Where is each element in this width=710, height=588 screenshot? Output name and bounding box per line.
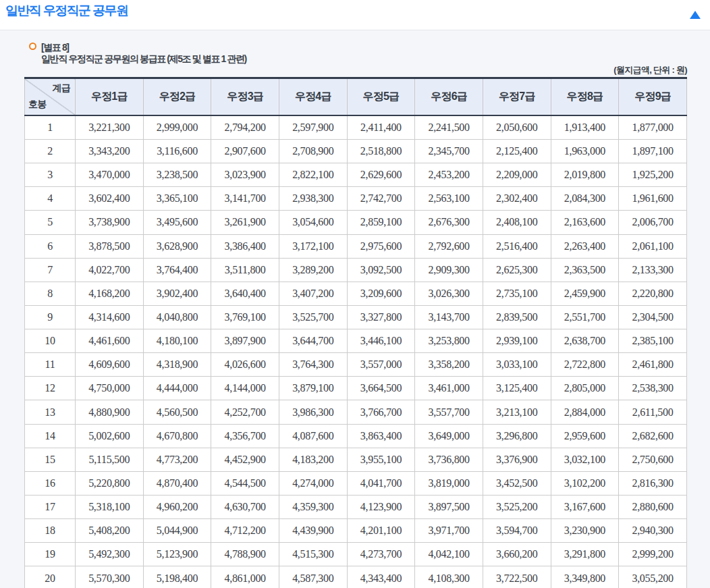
salary-cell: 2,880,600 (619, 496, 687, 519)
salary-cell: 3,971,700 (415, 519, 483, 543)
salary-cell: 2,999,000 (143, 115, 211, 139)
notice-text: [별표 8] 일반직 우정직군 공무원의 봉급표 (제5조 및 별표 1 관련) (41, 42, 246, 65)
grade-column-header: 우정2급 (143, 78, 211, 116)
salary-cell: 2,133,300 (619, 258, 687, 282)
grade-column-header: 우정4급 (279, 78, 347, 116)
salary-cell: 3,296,800 (483, 424, 551, 448)
salary-cell: 4,273,700 (347, 543, 415, 566)
salary-cell: 5,408,200 (76, 519, 144, 543)
salary-cell: 3,649,000 (415, 424, 483, 448)
hobong-cell: 7 (25, 258, 76, 282)
salary-cell: 2,682,600 (619, 424, 687, 448)
hobong-cell: 2 (25, 139, 76, 163)
salary-cell: 1,913,400 (551, 115, 619, 139)
hobong-cell: 15 (25, 448, 76, 471)
table-row: 124,750,0004,444,0004,144,0003,879,1003,… (25, 377, 687, 400)
salary-cell: 2,625,300 (483, 258, 551, 282)
salary-cell: 2,638,700 (551, 329, 619, 353)
salary-cell: 3,327,800 (347, 305, 415, 329)
salary-cell: 3,092,500 (347, 258, 415, 282)
salary-cell: 3,289,200 (279, 258, 347, 282)
salary-cell: 4,274,000 (279, 471, 347, 495)
salary-cell: 4,108,300 (415, 566, 483, 588)
corner-header-cell: 계급 호봉 (25, 78, 76, 116)
table-row: 33,470,0003,238,5003,023,9002,822,1002,6… (25, 163, 687, 187)
salary-cell: 2,884,000 (551, 400, 619, 424)
salary-cell: 4,609,600 (76, 353, 144, 377)
salary-cell: 3,664,500 (347, 377, 415, 400)
salary-cell: 3,032,100 (551, 448, 619, 471)
hobong-cell: 14 (25, 424, 76, 448)
salary-cell: 3,495,600 (143, 211, 211, 234)
salary-cell: 3,446,100 (347, 329, 415, 353)
salary-cell: 3,261,900 (211, 211, 279, 234)
table-row: 74,022,7003,764,4003,511,8003,289,2003,0… (25, 258, 687, 282)
salary-cell: 2,708,900 (279, 139, 347, 163)
salary-cell: 4,630,700 (211, 496, 279, 519)
salary-cell: 2,125,400 (483, 139, 551, 163)
salary-cell: 3,902,400 (143, 282, 211, 305)
salary-cell: 2,907,600 (211, 139, 279, 163)
salary-cell: 3,640,400 (211, 282, 279, 305)
salary-cell: 2,794,200 (211, 115, 279, 139)
header-row: 계급 호봉 우정1급우정2급우정3급우정4급우정5급우정6급우정7급우정8급우정… (25, 78, 687, 116)
notice-label: [별표 8] (41, 42, 246, 53)
salary-cell: 3,986,300 (279, 400, 347, 424)
salary-cell: 2,345,700 (415, 139, 483, 163)
salary-cell: 3,863,400 (347, 424, 415, 448)
salary-cell: 2,220,800 (619, 282, 687, 305)
hobong-cell: 11 (25, 353, 76, 377)
salary-cell: 3,033,100 (483, 353, 551, 377)
salary-cell: 4,042,100 (415, 543, 483, 566)
salary-cell: 2,385,100 (619, 329, 687, 353)
salary-cell: 2,909,300 (415, 258, 483, 282)
triangle-up-icon (690, 11, 701, 19)
salary-cell: 2,518,800 (347, 139, 415, 163)
salary-cell: 4,252,700 (211, 400, 279, 424)
salary-cell: 3,054,600 (279, 211, 347, 234)
hobong-cell: 12 (25, 377, 76, 400)
salary-cell: 3,230,900 (551, 519, 619, 543)
salary-cell: 3,525,700 (279, 305, 347, 329)
salary-cell: 3,221,300 (76, 115, 144, 139)
salary-cell: 4,560,500 (143, 400, 211, 424)
salary-cell: 4,022,700 (76, 258, 144, 282)
salary-cell: 3,213,100 (483, 400, 551, 424)
table-row: 43,602,4003,365,1003,141,7002,938,3002,7… (25, 187, 687, 211)
section-header[interactable]: 일반직 우정직군 공무원 (0, 0, 710, 30)
salary-cell: 2,163,600 (551, 211, 619, 234)
salary-cell: 3,167,600 (551, 496, 619, 519)
table-row: 13,221,3002,999,0002,794,2002,597,9002,4… (25, 115, 687, 139)
salary-cell: 3,102,200 (551, 471, 619, 495)
salary-cell: 3,764,300 (279, 353, 347, 377)
salary-cell: 4,318,900 (143, 353, 211, 377)
bullet-ring-icon (29, 43, 36, 50)
collapse-button[interactable] (690, 10, 701, 19)
table-row: 134,880,9004,560,5004,252,7003,986,3003,… (25, 400, 687, 424)
hobong-cell: 5 (25, 211, 76, 234)
salary-cell: 2,676,300 (415, 211, 483, 234)
grade-column-header: 우정5급 (347, 78, 415, 116)
salary-cell: 2,805,000 (551, 377, 619, 400)
salary-cell: 3,349,800 (551, 566, 619, 588)
hobong-cell: 9 (25, 305, 76, 329)
salary-table: 계급 호봉 우정1급우정2급우정3급우정4급우정5급우정6급우정7급우정8급우정… (24, 77, 687, 588)
salary-cell: 3,023,900 (211, 163, 279, 187)
salary-cell: 3,291,800 (551, 543, 619, 566)
salary-cell: 4,144,000 (211, 377, 279, 400)
salary-cell: 2,019,800 (551, 163, 619, 187)
salary-cell: 5,002,600 (76, 424, 144, 448)
hobong-cell: 4 (25, 187, 76, 211)
salary-cell: 3,172,100 (279, 234, 347, 258)
salary-cell: 4,712,200 (211, 519, 279, 543)
salary-cell: 3,602,400 (76, 187, 144, 211)
salary-cell: 4,439,900 (279, 519, 347, 543)
salary-cell: 2,939,100 (483, 329, 551, 353)
hobong-cell: 18 (25, 519, 76, 543)
salary-cell: 4,870,400 (143, 471, 211, 495)
salary-cell: 4,960,200 (143, 496, 211, 519)
salary-cell: 3,452,500 (483, 471, 551, 495)
salary-cell: 3,511,800 (211, 258, 279, 282)
salary-cell: 2,563,100 (415, 187, 483, 211)
salary-table-body: 13,221,3002,999,0002,794,2002,597,9002,4… (25, 115, 687, 588)
